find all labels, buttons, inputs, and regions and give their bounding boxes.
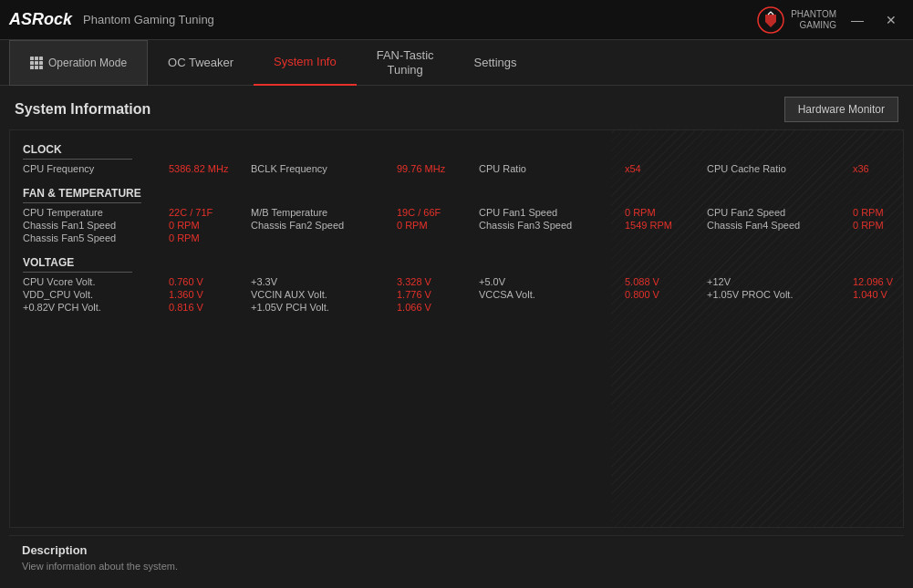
main-content: System Information Hardware Monitor CLOC… [0,86,913,588]
hardware-monitor-button[interactable]: Hardware Monitor [784,97,898,122]
chassis-fan2-value: 0 RPM [397,220,479,231]
cpu-ratio-label: CPU Ratio [479,163,625,174]
cpu-fan1-value: 0 RPM [625,207,707,218]
cpu-freq-label: CPU Frequency [23,163,169,174]
chassis-fan4-value: 0 RPM [853,220,904,231]
voltage-row-2: +0.82V PCH Volt. 0.816 V +1.05V PCH Volt… [23,302,890,313]
chassis-fan3-label: Chassis Fan3 Speed [479,220,625,231]
tab-settings-label: Settings [474,56,517,69]
mb-temp-label: M/B Temperature [251,207,397,218]
tab-system-info[interactable]: System Info [254,40,357,86]
cpu-cache-ratio-label: CPU Cache Ratio [707,163,853,174]
bclk-freq-label: BCLK Frequency [251,163,397,174]
chassis-fan5-value: 0 RPM [169,232,251,243]
tab-settings[interactable]: Settings [454,40,537,86]
clock-row-0: CPU Frequency 5386.82 MHz BCLK Frequency… [23,163,890,174]
mb-temp-value: 19C / 66F [397,207,479,218]
close-button[interactable]: ✕ [878,11,904,29]
v082-pch-value: 0.816 V [169,302,251,313]
cpu-ratio-value: x54 [625,163,707,174]
cpu-temp-value: 22C / 71F [169,207,251,218]
cpu-freq-value: 5386.82 MHz [169,163,251,174]
v105-proc-label: +1.05V PROC Volt. [707,289,853,300]
chassis-fan1-label: Chassis Fan1 Speed [23,220,169,231]
vccin-aux-value: 1.776 V [397,289,479,300]
v105-pch-value: 1.066 V [397,302,479,313]
fan-temp-section: FAN & TEMPERATURE CPU Temperature 22C / … [23,181,890,243]
vdd-cpu-label: VDD_CPU Volt. [23,289,169,300]
phantom-gaming-logo: PHANTOM GAMING [756,5,836,35]
asrock-logo: ASRock [9,10,72,29]
cpu-temp-label: CPU Temperature [23,207,169,218]
chassis-fan4-label: Chassis Fan4 Speed [707,220,853,231]
chassis-fan5-label: Chassis Fan5 Speed [23,232,169,243]
v12-value: 12.096 V [853,276,904,287]
cpu-fan2-label: CPU Fan2 Speed [707,207,853,218]
app-title: Phantom Gaming Tuning [83,13,214,26]
info-panel: CLOCK CPU Frequency 5386.82 MHz BCLK Fre… [9,129,904,528]
navbar: Operation Mode OC Tweaker System Info FA… [0,40,913,86]
v50-value: 5.088 V [625,276,707,287]
tab-fan-tastic-label: FAN-TasticTuning [377,48,434,77]
bclk-freq-value: 99.76 MHz [397,163,479,174]
description-title: Description [22,543,891,557]
v105-proc-value: 1.040 V [853,289,904,300]
titlebar-right: PHANTOM GAMING — ✕ [756,5,904,35]
minimize-button[interactable]: — [844,11,871,29]
v082-pch-label: +0.82V PCH Volt. [23,302,169,313]
cpu-vcore-label: CPU Vcore Volt. [23,276,169,287]
voltage-section: VOLTAGE CPU Vcore Volt. 0.760 V +3.3V 3.… [23,251,890,313]
fan-temp-row-1: Chassis Fan1 Speed 0 RPM Chassis Fan2 Sp… [23,220,890,231]
voltage-row-1: VDD_CPU Volt. 1.360 V VCCIN AUX Volt. 1.… [23,289,890,300]
chassis-fan2-label: Chassis Fan2 Speed [251,220,397,231]
phantom-icon [756,5,785,35]
tab-system-info-label: System Info [274,55,337,68]
tab-operation-mode[interactable]: Operation Mode [9,40,148,86]
phantom-logo-text: PHANTOM GAMING [791,9,836,31]
tab-oc-tweaker[interactable]: OC Tweaker [148,40,254,86]
voltage-section-title: VOLTAGE [23,256,132,273]
fan-temp-row-2: Chassis Fan5 Speed 0 RPM [23,232,890,243]
sysinfo-header: System Information Hardware Monitor [9,86,904,129]
description-text: View information about the system. [22,561,891,572]
tab-oc-tweaker-label: OC Tweaker [168,56,233,69]
grid-icon [30,57,43,69]
voltage-row-0: CPU Vcore Volt. 0.760 V +3.3V 3.328 V +5… [23,276,890,287]
tab-fan-tastic[interactable]: FAN-TasticTuning [357,40,454,86]
titlebar: ASRock Phantom Gaming Tuning PHANTOM GAM… [0,0,913,40]
v50-label: +5.0V [479,276,625,287]
fan-temp-row-0: CPU Temperature 22C / 71F M/B Temperatur… [23,207,890,218]
v12-label: +12V [707,276,853,287]
vccsa-value: 0.800 V [625,289,707,300]
sysinfo-title: System Information [15,101,150,118]
clock-section-title: CLOCK [23,143,132,160]
clock-section: CLOCK CPU Frequency 5386.82 MHz BCLK Fre… [23,138,890,174]
chassis-fan3-value: 1549 RPM [625,220,707,231]
cpu-vcore-value: 0.760 V [169,276,251,287]
titlebar-left: ASRock Phantom Gaming Tuning [9,10,214,29]
description-section: Description View information about the s… [9,535,904,579]
chassis-fan1-value: 0 RPM [169,220,251,231]
vccin-aux-label: VCCIN AUX Volt. [251,289,397,300]
v33-label: +3.3V [251,276,397,287]
vdd-cpu-value: 1.360 V [169,289,251,300]
vccsa-label: VCCSA Volt. [479,289,625,300]
cpu-cache-ratio-value: x36 [853,163,904,174]
tab-operation-mode-label: Operation Mode [48,57,127,69]
cpu-fan1-label: CPU Fan1 Speed [479,207,625,218]
v105-pch-label: +1.05V PCH Volt. [251,302,397,313]
v33-value: 3.328 V [397,276,479,287]
cpu-fan2-value: 0 RPM [853,207,904,218]
fan-temp-section-title: FAN & TEMPERATURE [23,187,141,203]
